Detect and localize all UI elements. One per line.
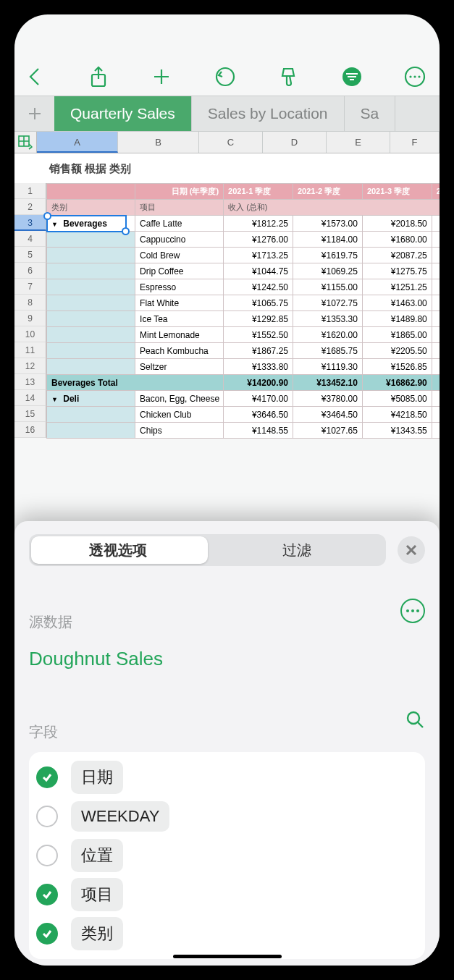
- svg-point-10: [409, 75, 411, 77]
- segmented-control[interactable]: 透视选项 过滤: [29, 534, 386, 566]
- col-header-e[interactable]: E: [327, 132, 390, 153]
- back-button[interactable]: [19, 61, 51, 93]
- pivot-header-row-2: 类别 项目 收入 (总和): [47, 200, 440, 216]
- field-checkbox[interactable]: [36, 806, 58, 827]
- col-header-a[interactable]: A: [37, 132, 118, 153]
- seg-filter[interactable]: 过滤: [208, 534, 387, 566]
- field-checkbox[interactable]: [36, 845, 58, 866]
- field-label: 位置: [71, 839, 123, 872]
- home-indicator: [173, 955, 282, 958]
- table-row[interactable]: Cold Brew¥1713.25¥1619.75¥2087.25¥332: [47, 248, 440, 263]
- pivot-title: 销售额 根据 类别: [14, 153, 440, 183]
- table-row[interactable]: Flat White¥1065.75¥1072.75¥1463.00¥192: [47, 295, 440, 311]
- svg-line-21: [418, 722, 423, 727]
- field-row[interactable]: WEEKDAY: [36, 797, 422, 836]
- field-checkbox[interactable]: [36, 766, 58, 788]
- organize-icon[interactable]: [336, 61, 368, 93]
- table-row[interactable]: Cappuccino¥1276.00¥1184.00¥1680.00¥180: [47, 232, 440, 248]
- add-sheet-button[interactable]: [14, 96, 54, 131]
- status-bar: [14, 14, 440, 58]
- fields-label: 字段: [29, 722, 58, 742]
- svg-point-20: [408, 712, 419, 724]
- add-icon[interactable]: [146, 61, 177, 93]
- table-row[interactable]: Espresso¥1242.50¥1155.00¥1251.25¥119: [47, 279, 440, 295]
- svg-point-11: [413, 75, 416, 77]
- table-total-row[interactable]: Beverages Total¥14200.90¥13452.10¥16862.…: [47, 375, 440, 391]
- table-row[interactable]: Mint Lemonade¥1552.50¥1620.00¥1865.00¥26…: [47, 327, 440, 343]
- column-headers: A B C D E F: [14, 132, 440, 153]
- col-header-b[interactable]: B: [118, 132, 199, 153]
- table-row[interactable]: Chips¥1148.55¥1027.65¥1343.55¥168: [47, 423, 440, 439]
- field-row[interactable]: 位置: [36, 836, 422, 875]
- field-label: 类别: [71, 917, 123, 950]
- svg-point-12: [418, 75, 420, 77]
- table-corner-icon[interactable]: [14, 132, 37, 153]
- source-more-button[interactable]: [400, 599, 425, 623]
- table-row[interactable]: ▼ DeliBacon, Egg, Cheese¥4170.00¥3780.00…: [47, 391, 440, 407]
- col-header-f[interactable]: F: [390, 132, 440, 153]
- pivot-header-row-1: 日期 (年季度) 2021-1 季度 2021-2 季度 2021-3 季度 2…: [47, 184, 440, 200]
- pivot-table[interactable]: 1 2 3 4 5 6 7 8 9 10 11 12 13 14 15 16: [14, 183, 440, 458]
- field-label: 项目: [71, 878, 123, 911]
- tab-quarterly-sales[interactable]: Quarterly Sales: [54, 96, 192, 131]
- field-row[interactable]: 类别: [36, 914, 422, 953]
- fields-list: 日期WEEKDAY位置项目类别: [29, 752, 425, 959]
- more-icon[interactable]: [399, 61, 431, 93]
- field-row[interactable]: 项目: [36, 875, 422, 914]
- table-row[interactable]: Drip Coffee¥1044.75¥1069.25¥1275.75¥154: [47, 263, 440, 279]
- tab-overflow[interactable]: Sa: [345, 96, 396, 131]
- undo-icon[interactable]: [209, 61, 241, 93]
- close-icon[interactable]: [398, 536, 425, 564]
- table-row[interactable]: ▼ BeveragesCaffe Latte¥1812.25¥1573.00¥2…: [47, 216, 440, 232]
- seg-pivot-options[interactable]: 透视选项: [29, 534, 208, 566]
- source-data-label: 源数据: [29, 612, 72, 632]
- toolbar: [14, 58, 440, 96]
- source-table-name[interactable]: Doughnut Sales: [29, 648, 425, 670]
- tab-sales-by-location[interactable]: Sales by Location: [192, 96, 345, 131]
- sheet-tabs: Quarterly Sales Sales by Location Sa: [14, 96, 440, 132]
- field-label: WEEKDAY: [71, 801, 169, 832]
- field-label: 日期: [71, 761, 123, 794]
- field-checkbox[interactable]: [36, 884, 58, 905]
- pivot-options-panel: 透视选项 过滤 源数据 Doughnut Sales 字段: [14, 521, 440, 966]
- col-header-c[interactable]: C: [199, 132, 263, 153]
- table-row[interactable]: Chicken Club¥3646.50¥3464.50¥4218.50¥622: [47, 407, 440, 423]
- format-brush-icon[interactable]: [272, 61, 304, 93]
- field-row[interactable]: 日期: [36, 758, 422, 797]
- field-checkbox[interactable]: [36, 923, 58, 945]
- search-icon[interactable]: [405, 709, 425, 732]
- table-row[interactable]: Peach Kombucha¥1867.25¥1685.75¥2205.50¥2…: [47, 343, 440, 359]
- share-icon[interactable]: [83, 61, 114, 93]
- table-row[interactable]: Seltzer¥1333.80¥1119.30¥1526.85¥209: [47, 359, 440, 375]
- table-row[interactable]: Ice Tea¥1292.85¥1353.30¥1489.80¥206: [47, 311, 440, 327]
- col-header-d[interactable]: D: [263, 132, 327, 153]
- svg-point-4: [217, 68, 234, 85]
